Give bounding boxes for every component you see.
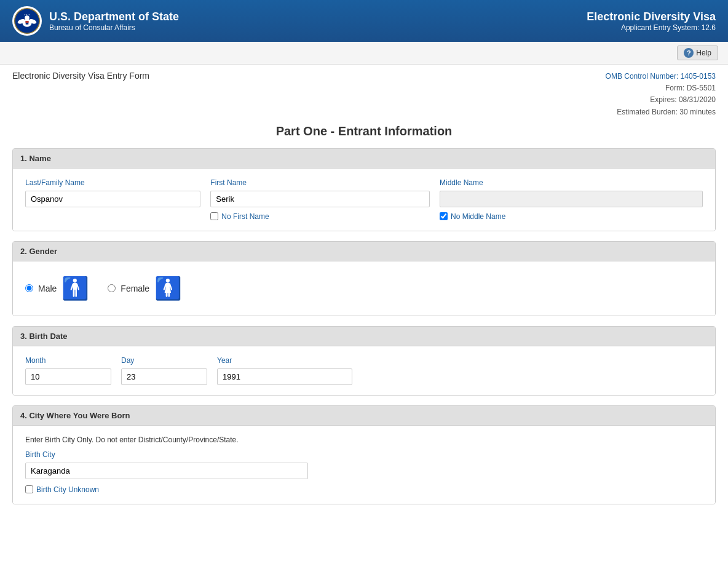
month-label: Month <box>25 356 111 365</box>
birth-date-header: 3. Birth Date <box>13 327 715 346</box>
form-header: Electronic Diversity Visa Entry Form OMB… <box>12 71 716 118</box>
gender-section-body: Male 🚹 Female 🚺 <box>13 261 715 316</box>
page-section-heading: Part One - Entrant Information <box>12 124 716 138</box>
birth-city-unknown-row: Birth City Unknown <box>25 485 703 494</box>
gender-options: Male 🚹 Female 🚺 <box>25 271 703 306</box>
birth-date-section: 3. Birth Date Month Day Year <box>12 326 716 396</box>
header-left: ★ ★ ★ U.S. Department of State Bureau of… <box>12 6 179 36</box>
middle-name-label: Middle Name <box>440 178 703 187</box>
gender-section-header: 2. Gender <box>13 242 715 261</box>
last-name-label: Last/Family Name <box>25 178 200 187</box>
day-label: Day <box>121 356 207 365</box>
middle-name-input[interactable] <box>440 191 703 207</box>
birth-date-body: Month Day Year <box>13 346 715 395</box>
female-radio[interactable] <box>108 284 116 292</box>
no-middle-name-checkbox[interactable] <box>440 212 448 220</box>
birth-city-label: Birth City <box>25 450 703 459</box>
female-icon: 🚺 <box>154 277 182 300</box>
no-first-name-checkbox[interactable] <box>210 212 218 220</box>
male-icon: 🚹 <box>61 277 89 300</box>
first-name-input[interactable] <box>210 191 430 207</box>
female-option: Female 🚺 <box>108 277 182 300</box>
birth-city-group: Birth City Birth City Unknown <box>25 450 703 494</box>
page-header: ★ ★ ★ U.S. Department of State Bureau of… <box>0 0 728 42</box>
birth-city-body: Enter Birth City Only. Do not enter Dist… <box>13 426 715 504</box>
svg-text:★ ★ ★: ★ ★ ★ <box>24 14 31 16</box>
no-middle-name-label: No Middle Name <box>451 212 505 221</box>
no-first-name-row: No First Name <box>210 212 430 221</box>
no-first-name-label: No First Name <box>221 212 269 221</box>
first-name-group: First Name No First Name <box>210 178 430 221</box>
omb-number: OMB Control Number: 1405-0153 <box>606 71 716 82</box>
birth-city-section: 4. City Where You Were Born Enter Birth … <box>12 405 716 504</box>
form-info: OMB Control Number: 1405-0153 Form: DS-5… <box>606 71 716 118</box>
main-content: Electronic Diversity Visa Entry Form OMB… <box>0 65 728 520</box>
birth-date-fields: Month Day Year <box>25 356 703 385</box>
form-title: Electronic Diversity Visa Entry Form <box>12 71 149 81</box>
help-icon: ? <box>684 48 694 58</box>
svg-rect-8 <box>25 21 28 23</box>
form-expires: Expires: 08/31/2020 <box>606 94 716 106</box>
header-right: Electronic Diversity Visa Applicant Entr… <box>587 10 716 32</box>
name-section-body: Last/Family Name First Name No First Nam… <box>13 169 715 231</box>
birth-city-unknown-label: Birth City Unknown <box>36 485 99 494</box>
day-group: Day <box>121 356 207 385</box>
agency-name: U.S. Department of State <box>49 10 179 23</box>
first-name-label: First Name <box>210 178 430 187</box>
female-label: Female <box>121 284 149 293</box>
name-fields: Last/Family Name First Name No First Nam… <box>25 178 703 221</box>
birth-city-note: Enter Birth City Only. Do not enter Dist… <box>25 436 703 444</box>
birth-city-input[interactable] <box>25 463 308 479</box>
last-name-group: Last/Family Name <box>25 178 200 207</box>
no-middle-name-row: No Middle Name <box>440 212 703 221</box>
month-group: Month <box>25 356 111 385</box>
birth-city-header: 4. City Where You Were Born <box>13 406 715 426</box>
form-burden: Estimated Burden: 30 minutes <box>606 106 716 118</box>
month-input[interactable] <box>25 368 111 385</box>
help-button[interactable]: ? Help <box>677 46 718 60</box>
gender-section: 2. Gender Male 🚹 Female 🚺 <box>12 241 716 316</box>
male-label: Male <box>38 284 57 293</box>
year-input[interactable] <box>217 368 352 385</box>
visa-sub: Applicant Entry System: 12.6 <box>587 23 716 32</box>
form-number: Form: DS-5501 <box>606 82 716 94</box>
day-input[interactable] <box>121 368 207 385</box>
middle-name-group: Middle Name No Middle Name <box>440 178 703 221</box>
year-label: Year <box>217 356 352 365</box>
year-group: Year <box>217 356 352 385</box>
agency-logo: ★ ★ ★ <box>12 6 42 36</box>
svg-point-3 <box>25 15 30 20</box>
name-section: 1. Name Last/Family Name First Name No F… <box>12 148 716 231</box>
agency-info: U.S. Department of State Bureau of Consu… <box>49 10 179 32</box>
male-radio[interactable] <box>25 284 33 292</box>
name-section-header: 1. Name <box>13 149 715 169</box>
birth-city-unknown-checkbox[interactable] <box>25 485 33 493</box>
male-option: Male 🚹 <box>25 277 89 300</box>
agency-sub: Bureau of Consular Affairs <box>49 23 179 32</box>
help-bar: ? Help <box>0 42 728 65</box>
visa-title: Electronic Diversity Visa <box>587 10 716 23</box>
last-name-input[interactable] <box>25 191 200 207</box>
help-label: Help <box>696 49 711 57</box>
